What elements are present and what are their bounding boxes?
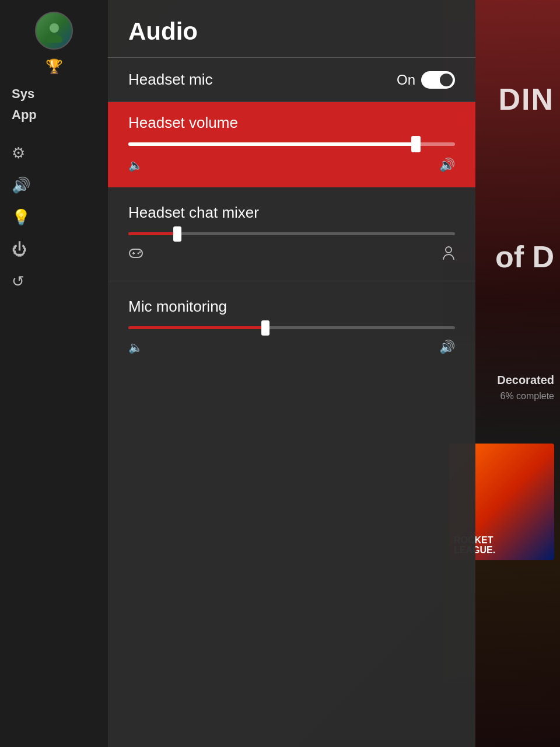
toggle-on-label: On [397, 72, 415, 88]
avatar [35, 12, 73, 50]
mic-volume-high-icon: 🔊 [439, 340, 455, 355]
headset-volume-label: Headset volume [128, 114, 455, 132]
svg-point-0 [50, 23, 59, 33]
chat-mixer-icons [128, 246, 455, 264]
mic-monitoring-track [128, 326, 455, 329]
headset-mic-row: Headset mic On [108, 58, 475, 102]
mic-monitoring-icons: 🔈 🔊 [128, 340, 455, 355]
sidebar-item-settings[interactable]: ⚙ [0, 137, 108, 169]
sidebar-item-volume[interactable]: 🔊 [0, 169, 108, 201]
chat-mixer-track [128, 232, 455, 235]
volume-high-icon: 🔊 [439, 158, 455, 173]
refresh-icon: ↺ [12, 273, 24, 291]
right-text-percent: 6% complete [501, 391, 555, 402]
right-text-decorated: Decorated [497, 374, 554, 387]
headset-mic-label: Headset mic [128, 71, 213, 89]
panel-header: Audio [108, 0, 475, 58]
lightbulb-icon: 💡 [12, 208, 30, 226]
headset-mic-toggle[interactable] [421, 71, 455, 89]
chat-mixer-thumb[interactable] [173, 226, 181, 242]
mic-monitoring-fill [128, 326, 265, 329]
trophy-icon: 🏆 [46, 58, 63, 75]
headset-volume-section: Headset volume 🔈 🔊 [108, 102, 475, 187]
headset-volume-track [128, 142, 455, 146]
sidebar-item-refresh[interactable]: ↺ [0, 266, 108, 298]
chat-mixer-fill [128, 232, 177, 235]
svg-rect-2 [130, 249, 142, 257]
settings-icon: ⚙ [12, 144, 25, 162]
sidebar-item-lightbulb[interactable]: 💡 [0, 201, 108, 233]
toggle-knob [440, 74, 453, 86]
mic-monitoring-thumb[interactable] [261, 320, 270, 336]
right-text-of-d: of D [495, 239, 554, 274]
headset-chat-mixer-section: Headset chat mixer [108, 187, 475, 281]
person-icon [442, 246, 455, 264]
headset-volume-fill [128, 142, 416, 146]
volume-icon: 🔊 [12, 176, 30, 194]
sidebar-sys-label: Sys [0, 86, 34, 102]
sidebar-item-power[interactable]: ⏻ [0, 233, 108, 266]
sidebar-app-label: App [0, 107, 37, 123]
mic-monitoring-section: Mic monitoring 🔈 🔊 [108, 281, 475, 371]
svg-point-5 [138, 253, 139, 254]
volume-low-icon: 🔈 [128, 158, 143, 172]
svg-point-6 [139, 252, 141, 253]
headset-volume-slider-container [128, 142, 455, 147]
headset-chat-mixer-label: Headset chat mixer [128, 204, 455, 222]
sidebar: 🏆 Sys App ⚙ 🔊 💡 ⏻ ↺ [0, 0, 108, 747]
svg-point-1 [46, 34, 62, 43]
mic-volume-low-icon: 🔈 [128, 340, 143, 354]
headset-volume-icons: 🔈 🔊 [128, 158, 455, 173]
svg-point-7 [446, 247, 452, 253]
power-icon: ⏻ [12, 240, 27, 259]
main-panel: Audio Headset mic On Headset volume 🔈 🔊 … [108, 0, 475, 747]
mic-monitoring-label: Mic monitoring [128, 298, 455, 316]
headset-mic-toggle-container: On [397, 71, 455, 89]
page-title: Audio [128, 18, 455, 46]
headset-volume-thumb[interactable] [411, 136, 421, 152]
gamepad-icon [128, 247, 144, 263]
right-text-din: DIN [498, 82, 554, 117]
